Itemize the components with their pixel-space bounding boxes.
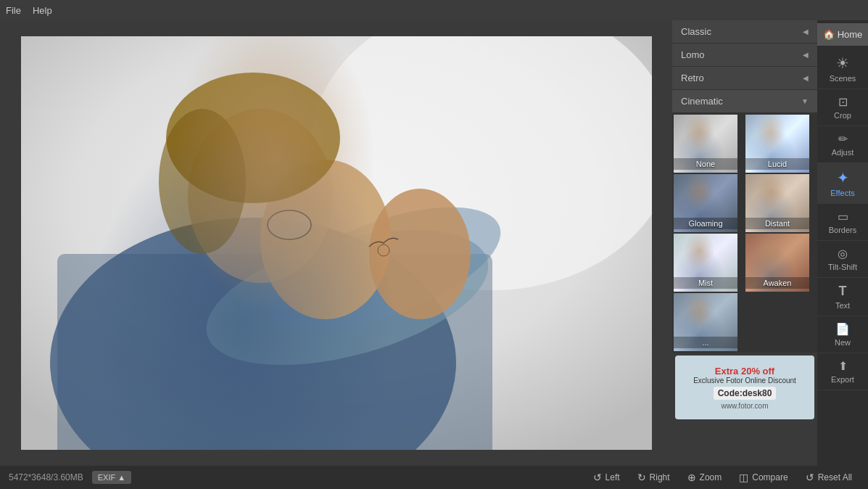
adjust-label: Adjust — [832, 148, 854, 157]
filter-grid: None Lucid Gloaming Distant Mist Awaken — [672, 113, 817, 353]
filter-awaken[interactable]: Awaken — [745, 234, 809, 292]
photo-svg — [21, 36, 652, 450]
ad-title: Extra 20% off — [693, 366, 796, 377]
exif-button[interactable]: EXIF ▲ — [92, 471, 131, 484]
tilt-shift-label: Tilt-Shift — [828, 263, 857, 271]
ad-banner[interactable]: Extra 20% off Exclusive Fotor Online Dis… — [675, 356, 814, 419]
text-icon: T — [839, 284, 847, 299]
rotate-left-label: Left — [605, 472, 620, 482]
filter-last[interactable]: ... — [674, 293, 737, 351]
borders-icon: ▭ — [838, 210, 848, 223]
tool-tilt-shift[interactable]: ◎ Tilt-Shift — [817, 241, 868, 278]
category-cinematic[interactable]: Cinematic ▼ — [672, 90, 817, 113]
crop-label: Crop — [834, 111, 851, 120]
ad-content: Extra 20% off Exclusive Fotor Online Dis… — [687, 360, 802, 416]
filter-lucid[interactable]: Lucid — [745, 115, 809, 173]
scenes-label: Scenes — [830, 74, 856, 83]
ad-subtitle: Exclusive Fotor Online Discount — [693, 377, 796, 385]
home-button[interactable]: 🏠 Home — [817, 23, 868, 46]
scenes-icon: ☀ — [836, 54, 849, 72]
menu-bar: File Help — [0, 0, 868, 20]
filter-none[interactable]: None — [674, 115, 737, 173]
reset-all-button[interactable]: ↺ Reset All — [798, 469, 859, 486]
menu-file[interactable]: File — [6, 5, 21, 16]
svg-point-10 — [159, 109, 246, 254]
effects-panel: Classic ◀ Lomo ◀ Retro ◀ Cinematic ▼ Non… — [672, 20, 817, 466]
zoom-icon: ⊕ — [687, 472, 696, 483]
right-sidebar: 🏠 Home ☀ Scenes ⊡ Crop ✏ Adjust ✦ Effect… — [817, 20, 868, 466]
lomo-arrow: ◀ — [803, 51, 809, 59]
effects-label: Effects — [830, 189, 854, 197]
borders-label: Borders — [829, 226, 857, 234]
adjust-icon: ✏ — [838, 132, 848, 146]
main-area: Classic ◀ Lomo ◀ Retro ◀ Cinematic ▼ Non… — [0, 20, 868, 466]
filter-none-label: None — [674, 158, 737, 170]
filter-distant-label: Distant — [745, 218, 809, 229]
new-label: New — [835, 338, 851, 347]
image-info: 5472*3648/3.60MB — [9, 472, 83, 482]
filter-gloaming[interactable]: Gloaming — [674, 174, 737, 232]
filter-lucid-label: Lucid — [745, 158, 809, 170]
rotate-left-icon: ↺ — [593, 472, 602, 483]
category-lomo[interactable]: Lomo ◀ — [672, 44, 817, 67]
svg-point-1 — [311, 36, 652, 290]
tool-export[interactable]: ⬆ Export — [817, 353, 868, 390]
compare-button[interactable]: ◫ Compare — [732, 469, 795, 486]
compare-label: Compare — [752, 472, 788, 482]
tool-scenes[interactable]: ☀ Scenes — [817, 49, 868, 89]
rotate-right-label: Right — [650, 472, 670, 482]
svg-point-2 — [50, 218, 456, 450]
tool-new[interactable]: 📄 New — [817, 316, 868, 353]
svg-rect-3 — [57, 254, 492, 450]
rotate-left-button[interactable]: ↺ Left — [586, 469, 627, 486]
export-label: Export — [831, 375, 854, 384]
tool-adjust[interactable]: ✏ Adjust — [817, 126, 868, 163]
classic-arrow: ◀ — [803, 28, 809, 36]
svg-point-4 — [192, 204, 503, 391]
crop-icon: ⊡ — [838, 95, 848, 109]
home-label: Home — [838, 29, 863, 40]
tool-crop[interactable]: ⊡ Crop — [817, 89, 868, 126]
tool-text[interactable]: T Text — [817, 278, 868, 316]
tool-borders[interactable]: ▭ Borders — [817, 204, 868, 241]
filter-mist-label: Mist — [674, 277, 737, 289]
status-actions: ↺ Left ↻ Right ⊕ Zoom ◫ Compare ↺ Reset … — [586, 469, 859, 486]
zoom-button[interactable]: ⊕ Zoom — [680, 469, 729, 486]
svg-point-9 — [166, 73, 340, 203]
svg-point-6 — [260, 160, 391, 319]
text-label: Text — [835, 301, 850, 310]
tool-effects[interactable]: ✦ Effects — [817, 163, 868, 204]
canvas-area — [0, 20, 672, 466]
tilt-shift-icon: ◎ — [838, 247, 848, 260]
ad-site: www.fotor.com — [693, 402, 796, 410]
home-icon: 🏠 — [823, 29, 835, 40]
svg-point-7 — [369, 189, 471, 319]
category-classic[interactable]: Classic ◀ — [672, 20, 817, 44]
svg-point-8 — [188, 109, 333, 283]
svg-rect-0 — [21, 36, 652, 450]
export-icon: ⬆ — [838, 359, 848, 373]
effects-icon: ✦ — [837, 169, 849, 186]
retro-arrow: ◀ — [803, 74, 809, 82]
svg-point-5 — [252, 182, 516, 355]
status-bar: 5472*3648/3.60MB EXIF ▲ ↺ Left ↻ Right ⊕… — [0, 466, 868, 489]
reset-icon: ↺ — [806, 472, 814, 483]
rotate-right-icon: ↻ — [637, 472, 646, 483]
ad-code: Code:desk80 — [714, 387, 777, 400]
category-retro[interactable]: Retro ◀ — [672, 67, 817, 90]
cinematic-arrow: ▼ — [801, 97, 809, 105]
filter-awaken-label: Awaken — [745, 277, 809, 289]
photo-canvas — [21, 36, 652, 450]
filter-last-label: ... — [674, 337, 737, 348]
exif-label: EXIF ▲ — [98, 473, 125, 482]
rotate-right-button[interactable]: ↻ Right — [630, 469, 677, 486]
filter-mist[interactable]: Mist — [674, 234, 737, 292]
svg-point-11 — [378, 244, 389, 256]
new-icon: 📄 — [835, 322, 850, 336]
compare-icon: ◫ — [739, 472, 748, 483]
zoom-label: Zoom — [700, 472, 722, 482]
filter-gloaming-label: Gloaming — [674, 218, 737, 229]
reset-label: Reset All — [818, 472, 852, 482]
menu-help[interactable]: Help — [33, 5, 52, 16]
filter-distant[interactable]: Distant — [745, 174, 809, 232]
